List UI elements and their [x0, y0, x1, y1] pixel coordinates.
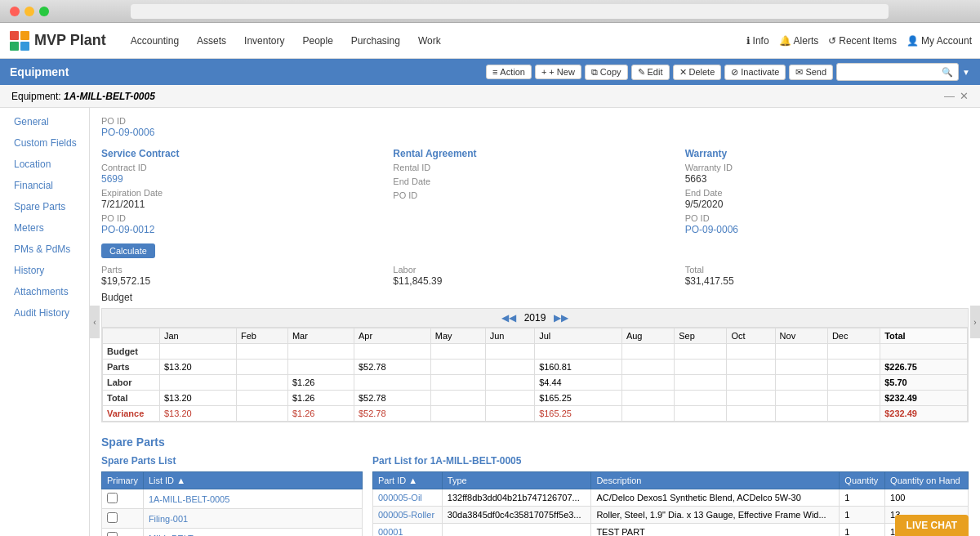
action-icon: ≡: [492, 67, 497, 77]
sidebar-item-audit-history[interactable]: Audit History: [0, 302, 89, 324]
b-feb: [236, 344, 287, 360]
close-icon[interactable]: ✕: [960, 90, 969, 102]
part-id-sort[interactable]: ▲: [408, 476, 417, 485]
warranty-po-id-value[interactable]: PO-09-0006: [685, 224, 969, 235]
nav-assets[interactable]: Assets: [189, 32, 234, 50]
nav-arrow-right[interactable]: ›: [970, 306, 980, 338]
warranty-po-id-group: PO ID PO-09-0006: [685, 213, 969, 235]
v-jan: $13.20: [160, 406, 237, 422]
nav-accounting[interactable]: Accounting: [122, 32, 187, 50]
primary-checkbox-1[interactable]: [107, 493, 118, 503]
action-button[interactable]: ≡ Action: [486, 65, 532, 79]
primary-checkbox-3[interactable]: [107, 532, 118, 536]
maximize-dot[interactable]: [39, 7, 49, 16]
t-may: [430, 391, 485, 406]
warranty-header[interactable]: Warranty: [685, 148, 969, 159]
sidebar-item-custom-fields[interactable]: Custom Fields: [0, 132, 89, 154]
col-type: Type: [442, 472, 591, 489]
type-oil: 132ff8db3dd04b21b747126707...: [442, 489, 591, 507]
nav-inventory[interactable]: Inventory: [236, 32, 292, 50]
nav-people[interactable]: People: [294, 32, 341, 50]
warranty-po-id-label: PO ID: [685, 213, 969, 223]
calculate-button[interactable]: Calculate: [101, 243, 155, 258]
nav-arrow-left[interactable]: ‹: [90, 306, 100, 338]
list-id-1[interactable]: 1A-MILL-BELT-0005: [143, 489, 362, 509]
l-may: [430, 375, 485, 391]
col-header-sep: Sep: [675, 328, 727, 344]
b-mar: [287, 344, 354, 360]
total-label: Total: [685, 265, 969, 275]
copy-button[interactable]: ⧉ Copy: [585, 65, 628, 80]
main-content: ‹ PO ID PO-09-0006 Service Contract Cont…: [90, 108, 980, 536]
nav-work[interactable]: Work: [410, 32, 449, 50]
recent-items-nav-item[interactable]: ↺ Recent Items: [828, 35, 897, 47]
col-header-dec: Dec: [827, 328, 880, 344]
p-sep: [675, 360, 727, 375]
sidebar-item-location[interactable]: Location: [0, 154, 89, 175]
search-dropdown-icon[interactable]: ▼: [962, 68, 970, 77]
sidebar-item-pms-pdms[interactable]: PMs & PdMs: [0, 239, 89, 260]
inactivate-icon: ⊘: [731, 67, 738, 78]
primary-check-1: [102, 489, 144, 509]
b-apr: [354, 344, 430, 360]
qty-oil: 1: [840, 489, 885, 507]
warranty-id-label: Warranty ID: [685, 163, 969, 172]
parts-row-label: Parts: [103, 360, 160, 375]
part-id-oil[interactable]: 000005-Oil: [373, 489, 443, 507]
svg-rect-0: [10, 31, 19, 40]
warranty-end-date-group: End Date 9/5/2020: [685, 188, 969, 210]
edit-button[interactable]: ✎ Edit: [631, 65, 670, 80]
p-total: $226.75: [880, 360, 968, 375]
send-button[interactable]: ✉ Send: [789, 65, 833, 80]
b-jul: [535, 344, 622, 360]
my-account-nav-item[interactable]: 👤 My Account: [906, 35, 972, 47]
sidebar-item-general[interactable]: General: [0, 111, 89, 132]
contract-id-value[interactable]: 5699: [101, 173, 385, 185]
logo-icon: [8, 29, 31, 52]
live-chat-button[interactable]: LIVE CHAT: [895, 515, 969, 536]
l-jun: [485, 375, 534, 391]
p-jul: $160.81: [535, 360, 622, 375]
close-dot[interactable]: [10, 7, 20, 16]
contract-id-group: Contract ID 5699: [101, 163, 385, 185]
v-dec: [827, 406, 880, 422]
sort-icon[interactable]: ▲: [176, 476, 185, 485]
prev-year-arrow[interactable]: ◀◀: [501, 312, 516, 324]
next-year-arrow[interactable]: ▶▶: [554, 312, 568, 324]
list-id-2[interactable]: Filing-001: [143, 509, 362, 529]
service-contract-header[interactable]: Service Contract: [101, 148, 385, 159]
rental-agreement-header[interactable]: Rental Agreement: [393, 148, 676, 159]
delete-button[interactable]: ✕ Delete: [673, 65, 722, 80]
variance-row-label: Variance: [103, 406, 160, 422]
refresh-icon: ↺: [828, 35, 836, 47]
budget-year-row: ◀◀ 2019 ▶▶: [102, 309, 968, 328]
alerts-nav-item[interactable]: 🔔 Alerts: [779, 35, 819, 47]
inactivate-button[interactable]: ⊘ Inactivate: [724, 65, 786, 80]
nav-purchasing[interactable]: Purchasing: [343, 32, 408, 50]
sidebar-item-meters[interactable]: Meters: [0, 217, 89, 239]
logo[interactable]: MVP Plant: [8, 29, 106, 52]
minimize-dot[interactable]: [24, 7, 34, 16]
part-id-roller[interactable]: 000005-Roller: [373, 507, 443, 524]
col-primary: Primary: [102, 472, 144, 489]
budget-container: ◀◀ 2019 ▶▶ Jan Feb Mar Apr May Jun: [101, 308, 969, 422]
search-input[interactable]: [842, 67, 942, 77]
new-button[interactable]: + + New: [535, 65, 581, 79]
title-icons: — ✕: [944, 90, 969, 102]
sidebar-item-spare-parts[interactable]: Spare Parts: [0, 196, 89, 217]
list-id-3[interactable]: MILL-BELT: [143, 529, 362, 537]
equipment-title-row: Equipment: 1A-MILL-BELT-0005 — ✕: [0, 85, 980, 108]
info-nav-item[interactable]: ℹ Info: [746, 35, 769, 47]
col-qty-on-hand: Quantity on Hand: [885, 472, 969, 489]
warranty-id-group: Warranty ID 5663: [685, 163, 969, 185]
p-jan: $13.20: [160, 360, 237, 375]
toolbar-search[interactable]: 🔍: [836, 63, 959, 81]
primary-checkbox-2[interactable]: [107, 512, 118, 523]
sidebar-item-financial[interactable]: Financial: [0, 175, 89, 196]
po-id-value[interactable]: PO-09-0006: [101, 127, 154, 138]
sidebar-item-attachments[interactable]: Attachments: [0, 281, 89, 302]
part-id-00001[interactable]: 00001: [373, 524, 443, 537]
sidebar-item-history[interactable]: History: [0, 260, 89, 281]
sc-po-id-value[interactable]: PO-09-0012: [101, 224, 385, 235]
minimize-icon[interactable]: —: [944, 90, 955, 102]
